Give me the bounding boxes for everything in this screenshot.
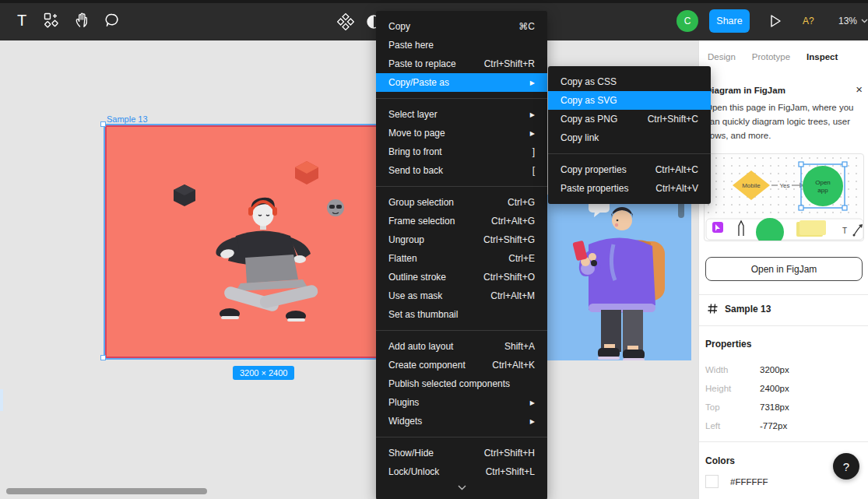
copy-paste-as-submenu: Copy as CSS Copy as SVG Copy as PNGCtrl+… [548, 66, 711, 204]
menu-item-send-to-back[interactable]: Send to back[ [376, 161, 547, 180]
menu-separator [376, 98, 547, 99]
submenu-arrow-icon: ▶ [530, 399, 535, 406]
component-diamonds-icon [337, 13, 354, 30]
menu-item-outline-stroke[interactable]: Outline strokeCtrl+Shift+O [376, 268, 547, 286]
zoom-level-value: 13% [838, 16, 857, 26]
submenu-item-paste-properties[interactable]: Paste propertiesCtrl+Alt+V [548, 179, 711, 198]
submenu-item-copy-as-css[interactable]: Copy as CSS [548, 72, 711, 91]
offscreen-frame-edge [0, 389, 3, 411]
chevron-down-icon [458, 485, 466, 490]
menu-item-bring-to-front[interactable]: Bring to front] [376, 142, 547, 161]
window-top-edge [0, 0, 868, 3]
tab-prototype[interactable]: Prototype [752, 52, 790, 61]
chevron-down-icon [861, 19, 868, 23]
figjam-preview: Mobile Yes Open app T [704, 153, 864, 241]
menu-item-paste-here[interactable]: Paste here [376, 36, 547, 54]
submenu-arrow-icon: ▶ [530, 111, 535, 118]
close-icon[interactable]: × [856, 83, 863, 96]
hand-tool-button[interactable] [72, 9, 93, 31]
submenu-arrow-icon: ▶ [530, 130, 535, 137]
property-row-top: Top 7318px [705, 402, 853, 412]
panel-tabs: Design Prototype Inspect [699, 40, 868, 73]
property-value: 2400px [760, 384, 789, 393]
share-button[interactable]: Share [709, 9, 750, 33]
menu-item-select-layer[interactable]: Select layer▶ [376, 105, 547, 124]
zoom-level-dropdown[interactable]: 13% [838, 16, 868, 26]
menu-item-add-auto-layout[interactable]: Add auto layoutShift+A [376, 337, 547, 356]
property-value: -772px [760, 421, 787, 430]
menu-item-widgets[interactable]: Widgets▶ [376, 412, 547, 430]
menu-item-lock-unlock[interactable]: Lock/UnlockCtrl+Shift+L [376, 462, 547, 481]
tab-design[interactable]: Design [708, 52, 736, 61]
property-label: Width [705, 365, 760, 374]
properties-title: Properties [705, 339, 751, 350]
submenu-item-copy-as-png[interactable]: Copy as PNGCtrl+Shift+C [548, 110, 711, 128]
component-tool-button[interactable] [335, 11, 357, 33]
selected-layer-row[interactable]: Sample 13 [707, 303, 771, 315]
panel-separator [699, 325, 868, 326]
present-button[interactable] [764, 10, 786, 32]
text-tool-icon: T [17, 12, 26, 30]
avatar[interactable]: C [676, 10, 698, 32]
selection-handle-top-left[interactable] [100, 121, 106, 127]
submenu-item-copy-as-svg[interactable]: Copy as SVG [548, 91, 711, 110]
menu-item-create-component[interactable]: Create componentCtrl+Alt+K [376, 356, 547, 374]
property-value: 3200px [760, 365, 789, 374]
property-value: 7318px [760, 402, 789, 412]
color-hex-value: #FFFFFF [730, 477, 768, 487]
menu-separator [376, 330, 547, 331]
property-label: Left [705, 421, 760, 430]
resources-tool-button[interactable] [40, 9, 62, 31]
help-button[interactable]: ? [833, 453, 859, 480]
menu-separator [548, 153, 711, 154]
missing-font-indicator[interactable]: A? [803, 16, 814, 26]
play-icon [768, 13, 783, 29]
colors-title: Colors [705, 455, 735, 466]
menu-item-copy[interactable]: Copy⌘C [376, 17, 547, 36]
menu-item-copy-paste-as[interactable]: Copy/Paste as▶ [376, 73, 547, 92]
submenu-item-copy-properties[interactable]: Copy propertiesCtrl+Alt+C [548, 160, 711, 179]
open-in-figjam-button[interactable]: Open in FigJam [705, 257, 863, 281]
property-row-height: Height 2400px [705, 384, 853, 393]
text-tool-button[interactable]: T [11, 9, 33, 31]
menu-item-group-selection[interactable]: Group selectionCtrl+G [376, 193, 547, 212]
comment-tool-button[interactable] [101, 9, 123, 31]
hand-icon [73, 11, 92, 30]
menu-item-flatten[interactable]: FlattenCtrl+E [376, 249, 547, 268]
preview-circle-label-2: app [817, 187, 828, 194]
menu-item-set-as-thumbnail[interactable]: Set as thumbnail [376, 305, 547, 324]
menu-item-move-to-page[interactable]: Move to page▶ [376, 124, 547, 142]
menu-scroll-more[interactable] [376, 481, 547, 494]
property-label: Height [705, 384, 760, 393]
question-mark-icon: ? [843, 460, 849, 473]
preview-edge-label: Yes [779, 182, 789, 189]
inspect-panel: Design Prototype Inspect Diagram in FigJ… [698, 40, 868, 499]
menu-item-show-hide[interactable]: Show/HideCtrl+Shift+H [376, 444, 547, 462]
preview-diamond-label: Mobile [742, 182, 761, 189]
submenu-arrow-icon: ▶ [530, 79, 535, 86]
menu-item-plugins[interactable]: Plugins▶ [376, 393, 547, 412]
menu-item-paste-to-replace[interactable]: Paste to replaceCtrl+Shift+R [376, 54, 547, 73]
menu-item-publish-selected-components[interactable]: Publish selected components [376, 374, 547, 393]
menu-item-use-as-mask[interactable]: Use as maskCtrl+Alt+M [376, 286, 547, 305]
figjam-card-title: Diagram in FigJam [705, 86, 785, 95]
frame-hash-icon [707, 303, 719, 315]
tab-inspect[interactable]: Inspect [807, 52, 838, 61]
selection-handle-bottom-left[interactable] [100, 355, 106, 360]
color-swatch-white[interactable] [705, 475, 719, 488]
frame-name-label[interactable]: Sample 13 [107, 114, 148, 124]
property-label: Top [705, 402, 760, 412]
comment-icon [103, 11, 121, 30]
menu-separator [376, 437, 547, 438]
menu-item-ungroup[interactable]: UngroupCtrl+Shift+G [376, 230, 547, 249]
property-row-left: Left -772px [705, 421, 853, 430]
submenu-item-copy-link[interactable]: Copy link [548, 128, 711, 147]
figma-app: Sample 13 [0, 0, 868, 499]
canvas-horizontal-scrollbar[interactable] [6, 488, 207, 494]
submenu-arrow-icon: ▶ [530, 418, 535, 425]
menu-item-frame-selection[interactable]: Frame selectionCtrl+Alt+G [376, 212, 547, 230]
selection-size-badge: 3200 × 2400 [233, 366, 294, 380]
preview-text-tool-glyph: T [842, 227, 847, 235]
menu-separator [376, 186, 547, 187]
context-menu: Copy⌘C Paste here Paste to replaceCtrl+S… [376, 11, 547, 499]
